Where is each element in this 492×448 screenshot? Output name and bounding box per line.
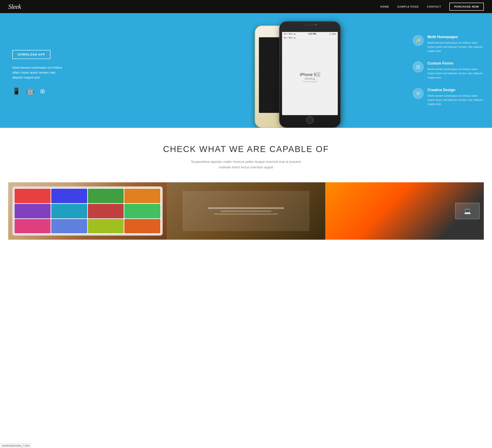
feature-title-multi-homepages: Multi Homepages	[428, 35, 486, 39]
feature-desc-multi-homepages: Morbi laoreet scelerisque orci finibus u…	[428, 41, 486, 53]
feature-title-custom-forms: Custom Forms	[428, 61, 486, 66]
custom-forms-icon: ⊡	[412, 61, 424, 72]
phone-status-battery: 🔋 100%	[329, 33, 336, 35]
phone-status-carrier: ●●○○ BELL ☁	[284, 33, 295, 35]
phone-front: ●●○○ BELL ☁ 4:21 PM 🔋 100% ●●○○ BELL ☁ i…	[279, 21, 341, 128]
phone-screen: ●●○○ BELL ☁ 4:21 PM 🔋 100% ●●○○ BELL ☁ i…	[282, 32, 338, 115]
capabilities-title: CHECK WHAT WE ARE CAPABLE OF	[8, 144, 484, 154]
phone-model-name: iPhone 5 S	[300, 72, 320, 77]
feature-item-creative-design: ⊙ Creative Design Morbi laoreet sceleris…	[412, 88, 486, 106]
feature-desc-creative-design: Morbi laoreet scelerisque orci finibus u…	[428, 94, 486, 106]
capabilities-subtitle: Suspendisse egestas mattis rhoncus pelle…	[184, 159, 308, 170]
portfolio-item-1[interactable]	[8, 182, 167, 240]
nav-link-contact[interactable]: CONTACT	[427, 5, 441, 8]
ipad-mockup	[12, 186, 163, 235]
hero-section: DOWNLOAD APP Morbi laoreet scelerisque o…	[0, 13, 492, 128]
phone-subtitle: MockUp	[305, 77, 315, 80]
phone-container: ●●○○ BELL ☁ 4:21 PM 🔋 100% ●●○○ BELL ☁ i…	[255, 21, 341, 128]
ios-icon: 📱	[12, 87, 20, 95]
creative-design-icon: ⊙	[412, 88, 424, 99]
platform-icons: 📱 🤖 ⊞	[12, 87, 177, 95]
android-icon: 🤖	[26, 87, 34, 95]
feature-text-creative-design: Creative Design Morbi laoreet scelerisqu…	[428, 88, 486, 106]
feature-desc-custom-forms: Morbi laoreet scelerisque orci finibus u…	[428, 67, 486, 80]
phone-screen-content: iPhone 5 S MockUp Free Resource	[300, 40, 320, 115]
hero-phone-mockup: ●●○○ BELL ☁ 4:21 PM 🔋 100% ●●○○ BELL ☁ i…	[187, 13, 409, 128]
portfolio-item-2[interactable]	[167, 182, 325, 240]
feature-item-multi-homepages: ✨ Multi Homepages Morbi laoreet sceleris…	[412, 35, 486, 53]
feature-text-custom-forms: Custom Forms Morbi laoreet scelerisque o…	[428, 61, 486, 80]
feature-item-custom-forms: ⊡ Custom Forms Morbi laoreet scelerisque…	[412, 61, 486, 80]
navbar: Sleek HOME SAMPLE PAGE CONTACT PURCHASE …	[0, 0, 492, 13]
multi-homepages-icon: ✨	[412, 35, 424, 46]
hero-features-panel: ✨ Multi Homepages Morbi laoreet sceleris…	[409, 13, 492, 128]
phone-carrier2: ●●○○ BELL ☁	[284, 37, 295, 39]
hero-description-text: Morbi laoreet scelerisque orci finibus u…	[12, 65, 66, 80]
hero-left-panel: DOWNLOAD APP Morbi laoreet scelerisque o…	[0, 13, 187, 128]
capabilities-section: CHECK WHAT WE ARE CAPABLE OF Suspendisse…	[0, 128, 492, 252]
purchase-now-button[interactable]: PURCHASE NOW	[449, 3, 484, 11]
feature-title-creative-design: Creative Design	[428, 88, 486, 92]
phone-notch	[304, 24, 316, 26]
feature-text-multi-homepages: Multi Homepages Morbi laoreet scelerisqu…	[428, 35, 486, 53]
nav-link-sample-page[interactable]: SAMPLE PAGE	[397, 5, 419, 8]
phone-status-bar: ●●○○ BELL ☁ 4:21 PM 🔋 100%	[282, 32, 338, 36]
portfolio-grid: 💻	[8, 182, 484, 240]
phone-model-text: iPhone 5	[300, 72, 316, 77]
phone-status-time: 4:21 PM	[308, 33, 316, 35]
portfolio-item-3[interactable]: 💻	[325, 182, 484, 240]
phone-status-bar2: ●●○○ BELL ☁	[282, 36, 338, 40]
windows-icon: ⊞	[40, 88, 45, 95]
nav-link-home[interactable]: HOME	[380, 5, 389, 8]
phone-s-badge: S	[317, 72, 320, 77]
phone-camera	[315, 24, 317, 25]
phone-subtitle2: Free Resource	[303, 80, 318, 83]
brand-logo[interactable]: Sleek	[8, 3, 21, 10]
nav-links: HOME SAMPLE PAGE CONTACT PURCHASE NOW	[380, 3, 484, 11]
phone-home-button[interactable]	[306, 116, 314, 124]
download-app-button[interactable]: DOWNLOAD APP	[12, 50, 50, 59]
